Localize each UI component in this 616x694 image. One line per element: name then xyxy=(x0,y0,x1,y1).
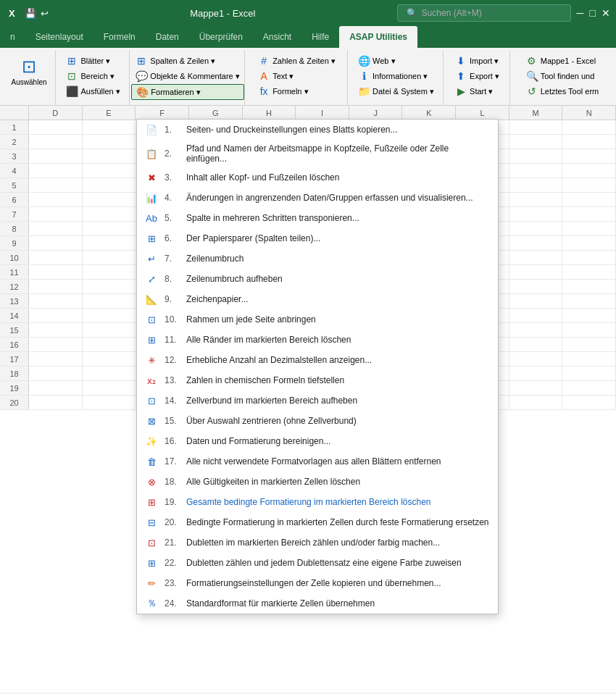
col-h[interactable]: H xyxy=(243,106,296,120)
letztes-tool-btn[interactable]: ↺ Letztes Tool erm xyxy=(522,84,604,99)
cell[interactable] xyxy=(29,178,83,192)
cell[interactable] xyxy=(29,149,83,163)
cell[interactable] xyxy=(29,381,83,395)
cell[interactable] xyxy=(83,367,136,380)
cell[interactable] xyxy=(83,294,136,308)
cell[interactable] xyxy=(83,178,136,192)
cell[interactable] xyxy=(83,265,136,279)
quick-access-undo[interactable]: ↩ xyxy=(41,8,49,19)
menu-item-21[interactable]: ⊡21.Dubletten im markierten Bereich zähl… xyxy=(137,532,498,553)
menu-item-11[interactable]: ⊞11.Alle Ränder im markierten Bereich lö… xyxy=(137,330,498,350)
col-f[interactable]: F xyxy=(136,106,189,120)
cell[interactable] xyxy=(83,338,136,351)
cell[interactable] xyxy=(83,193,136,206)
cell[interactable] xyxy=(29,294,83,308)
cell[interactable] xyxy=(29,265,83,279)
formatieren-button[interactable]: 🎨 Formatieren ▾ xyxy=(131,84,244,100)
cell[interactable] xyxy=(29,323,83,337)
cell[interactable] xyxy=(562,251,616,264)
cell[interactable] xyxy=(562,323,616,337)
cell[interactable] xyxy=(562,120,616,134)
cell[interactable] xyxy=(562,193,616,206)
cell[interactable] xyxy=(83,309,136,322)
cell[interactable] xyxy=(29,251,83,264)
cell[interactable] xyxy=(509,323,563,337)
menu-item-18[interactable]: ⊗18.Alle Gültigkeiten in markierten Zell… xyxy=(137,472,498,492)
cell[interactable] xyxy=(29,367,83,380)
close-button[interactable]: ✕ xyxy=(602,7,610,19)
cell[interactable] xyxy=(509,193,563,206)
cell[interactable] xyxy=(509,381,563,395)
blaetter-button[interactable]: ⊞ Blätter ▾ xyxy=(62,54,124,68)
tab-home[interactable]: n xyxy=(0,26,25,48)
objekte-button[interactable]: 💬 Objekte & Kommentare ▾ xyxy=(131,69,244,83)
menu-item-12[interactable]: ✳12.Erhebliche Anzahl an Dezimalstellen … xyxy=(137,350,498,370)
cell[interactable] xyxy=(29,207,83,221)
menu-item-19[interactable]: ⊞19.Gesamte bedingte Formatierung im mar… xyxy=(137,492,498,512)
cell[interactable] xyxy=(83,352,136,366)
menu-item-15[interactable]: ⊠15.Über Auswahl zentrieren (ohne Zellve… xyxy=(137,411,498,431)
zahlen-button[interactable]: # Zahlen & Zeiten ▾ xyxy=(254,54,340,68)
cell[interactable] xyxy=(562,381,616,395)
cell[interactable] xyxy=(509,120,563,134)
cell[interactable] xyxy=(83,135,136,149)
cell[interactable] xyxy=(29,193,83,206)
menu-item-2[interactable]: 📋2.Pfad und Namen der Arbeitsmappe in Ko… xyxy=(137,140,498,167)
cell[interactable] xyxy=(562,149,616,163)
cell[interactable] xyxy=(562,338,616,351)
cell[interactable] xyxy=(509,251,563,264)
cell[interactable] xyxy=(562,207,616,221)
auswahlen-button[interactable]: ⊡ Auswählen xyxy=(6,54,53,89)
menu-item-5[interactable]: Ab5.Spalte in mehreren Schritten transpo… xyxy=(137,208,498,228)
col-m[interactable]: M xyxy=(509,106,563,120)
menu-item-13[interactable]: x₂13.Zahlen in chemischen Formeln tiefst… xyxy=(137,370,498,390)
import-button[interactable]: ⬇ Import ▾ xyxy=(451,54,504,68)
menu-item-1[interactable]: 📄1.Seiten- und Druckeinstellungen eines … xyxy=(137,120,498,140)
cell[interactable] xyxy=(562,222,616,235)
search-bar[interactable]: 🔍 Suchen (Alt+M) xyxy=(397,4,571,22)
tab-ansicht[interactable]: Ansicht xyxy=(253,26,301,48)
col-d[interactable]: D xyxy=(29,106,83,120)
cell[interactable] xyxy=(509,309,563,322)
cell[interactable] xyxy=(83,381,136,395)
cell[interactable] xyxy=(562,280,616,293)
menu-item-14[interactable]: ⊡14.Zellverbund im markierten Bereich au… xyxy=(137,390,498,411)
asap-utilities-btn[interactable]: ⚙ Mappe1 - Excel xyxy=(522,54,604,68)
cell[interactable] xyxy=(509,294,563,308)
menu-item-4[interactable]: 📊4.Änderungen in angrenzenden Daten/Grup… xyxy=(137,188,498,208)
informationen-button[interactable]: ℹ Informationen ▾ xyxy=(354,69,438,83)
tab-hilfe[interactable]: Hilfe xyxy=(301,26,339,48)
cell[interactable] xyxy=(562,236,616,250)
cell[interactable] xyxy=(83,120,136,134)
quick-access-save[interactable]: 💾 xyxy=(25,8,36,19)
cell[interactable] xyxy=(562,178,616,192)
cell[interactable] xyxy=(509,135,563,149)
menu-item-3[interactable]: ✖3.Inhalt aller Kopf- und Fußzeilen lösc… xyxy=(137,167,498,188)
menu-item-20[interactable]: ⊟20.Bedingte Formatierung in markierten … xyxy=(137,512,498,532)
tool-finden-btn[interactable]: 🔍 Tool finden und xyxy=(522,69,604,83)
cell[interactable] xyxy=(83,236,136,250)
tab-seitenlayout[interactable]: Seitenlayout xyxy=(25,26,93,48)
maximize-button[interactable]: □ xyxy=(590,7,596,19)
menu-item-17[interactable]: 🗑17.Alle nicht verwendete Formatvorlagen… xyxy=(137,451,498,472)
web-button[interactable]: 🌐 Web ▾ xyxy=(354,54,438,68)
cell[interactable] xyxy=(83,396,136,409)
cell[interactable] xyxy=(83,222,136,235)
cell[interactable] xyxy=(562,164,616,177)
cell[interactable] xyxy=(29,280,83,293)
cell[interactable] xyxy=(29,396,83,409)
cell[interactable] xyxy=(83,164,136,177)
start-button[interactable]: ▶ Start ▾ xyxy=(451,84,504,99)
cell[interactable] xyxy=(509,164,563,177)
col-j[interactable]: J xyxy=(349,106,403,120)
cell[interactable] xyxy=(509,367,563,380)
cell[interactable] xyxy=(562,396,616,409)
menu-item-7[interactable]: ↵7.Zeilenumbruch xyxy=(137,248,498,269)
cell[interactable] xyxy=(29,120,83,134)
cell[interactable] xyxy=(562,309,616,322)
cell[interactable] xyxy=(29,164,83,177)
cell[interactable] xyxy=(509,265,563,279)
menu-item-6[interactable]: ⊞6.Der Papiersparer (Spalten teilen)... xyxy=(137,228,498,248)
cell[interactable] xyxy=(83,323,136,337)
export-button[interactable]: ⬆ Export ▾ xyxy=(451,69,504,83)
